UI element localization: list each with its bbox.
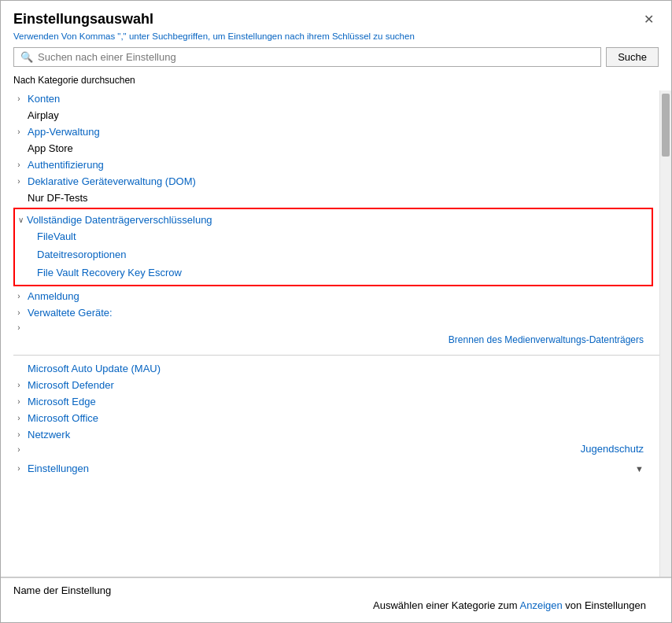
- sidebar-item-label: Einstellungen: [28, 463, 89, 474]
- chevron-right-icon: ›: [13, 127, 24, 136]
- vollstaendige-encryption-section: ∨ Vollständige Datenträgerverschlüsselun…: [13, 208, 653, 286]
- chevron-right-icon: ›: [13, 308, 24, 317]
- right-overflow-label: Brennen des Medienverwaltungs-Datenträge…: [449, 334, 644, 345]
- sidebar-item-jugendschutz-chevron[interactable]: ›: [13, 443, 24, 456]
- chevron-right-icon: ›: [13, 464, 24, 473]
- sidebar-item-label: Verwaltete Geräte:: [28, 307, 113, 319]
- sidebar-item-label: App Store: [28, 142, 73, 154]
- sidebar-item-verwaltete-geraete[interactable]: › Verwaltete Geräte:: [13, 304, 659, 321]
- sidebar-item-label: Microsoft Edge: [28, 396, 96, 407]
- close-button[interactable]: ✕: [639, 10, 659, 28]
- sidebar-item-label: Authentifizierung: [28, 159, 104, 171]
- sidebar-item-konten[interactable]: › Konten: [13, 90, 659, 107]
- scrollbar[interactable]: [660, 90, 671, 577]
- chevron-right-icon: ›: [13, 94, 24, 103]
- sidebar-item-label: Airplay: [28, 109, 59, 121]
- sidebar-item-vollstaendige[interactable]: ∨ Vollständige Datenträgerverschlüsselun…: [18, 212, 648, 227]
- dropdown-arrow-icon: ▼: [635, 464, 644, 474]
- sidebar-item-label: Netzwerk: [28, 429, 70, 441]
- name-der-einstellung-label: Name der Einstellung: [13, 584, 659, 596]
- sidebar-item-ms-office[interactable]: › Microsoft Office: [13, 410, 659, 426]
- search-box-container: 🔍: [13, 47, 601, 67]
- sidebar-item-label: Konten: [28, 93, 60, 105]
- sidebar-item-label: Microsoft Defender: [28, 379, 114, 391]
- search-input[interactable]: [38, 51, 594, 63]
- scrollbar-thumb[interactable]: [662, 94, 670, 157]
- hint-row: Auswählen einer Kategorie zum Anzeigen v…: [13, 599, 659, 616]
- chevron-right-icon: ›: [13, 445, 24, 454]
- overflow-row: Brennen des Medienverwaltungs-Datenträge…: [13, 334, 659, 350]
- section-divider: [13, 355, 659, 356]
- hint-part-1: Auswählen einer Kategorie zum: [373, 599, 519, 611]
- dialog-header: Einstellungsauswahl ✕: [1, 1, 671, 31]
- sidebar-item-label: Anmeldung: [28, 290, 79, 302]
- sidebar-item-empty-chevron[interactable]: ›: [13, 321, 659, 334]
- content-area: › Konten Airplay › App-Verwaltung App St…: [1, 90, 671, 577]
- sidebar-item-anmeldung[interactable]: › Anmeldung: [13, 288, 659, 304]
- chevron-right-icon: ›: [13, 397, 24, 406]
- search-icon: 🔍: [20, 51, 33, 63]
- sidebar-item-label: Nur DF-Tests: [28, 192, 88, 204]
- jugendschutz-label: Jugendschutz: [581, 443, 644, 455]
- chevron-right-icon: ›: [13, 160, 24, 169]
- hint-text: Auswählen einer Kategorie zum Anzeigen v…: [373, 599, 646, 611]
- search-row: 🔍 Suche: [1, 47, 671, 73]
- hint-part-3: von Einstellungen: [563, 599, 646, 611]
- sidebar-item-ms-edge[interactable]: › Microsoft Edge: [13, 393, 659, 410]
- left-panel: › Konten Airplay › App-Verwaltung App St…: [1, 90, 660, 577]
- chevron-right-icon: ›: [13, 381, 24, 389]
- browse-label: Nach Kategorie durchsuchen: [1, 73, 671, 90]
- sidebar-item-app-verwaltung[interactable]: › App-Verwaltung: [13, 123, 659, 140]
- sidebar-item-label: Microsoft Office: [28, 412, 98, 424]
- sidebar-item-filevault-recovery[interactable]: File Vault Recovery Key Escrow: [18, 264, 648, 282]
- dialog-subtitle: Verwenden Von Kommas "," unter Suchbegri…: [1, 31, 671, 47]
- chevron-right-icon: ›: [13, 292, 24, 300]
- sidebar-item-dateitresor[interactable]: Dateitresoroptionen: [18, 245, 648, 264]
- sidebar-item-einstellungen[interactable]: › Einstellungen ▼: [13, 460, 659, 477]
- sidebar-item-label: App-Verwaltung: [28, 126, 100, 138]
- sidebar-item-label: Deklarative Geräteverwaltung (DOM): [28, 175, 196, 187]
- chevron-right-icon: ›: [13, 430, 24, 439]
- chevron-right-icon: ›: [13, 323, 24, 332]
- sidebar-item-filevault[interactable]: FileVault: [18, 227, 648, 245]
- sidebar-item-nur-df[interactable]: Nur DF-Tests: [13, 190, 659, 206]
- sidebar-item-netzwerk[interactable]: › Netzwerk: [13, 426, 659, 443]
- bottom-area: Name der Einstellung Auswählen einer Kat…: [1, 577, 671, 622]
- hint-part-2: Anzeigen: [520, 599, 563, 611]
- search-button[interactable]: Suche: [606, 47, 659, 67]
- sidebar-item-ms-auto-update[interactable]: Microsoft Auto Update (MAU): [13, 360, 659, 377]
- sidebar-item-ms-defender[interactable]: › Microsoft Defender: [13, 377, 659, 393]
- sidebar-item-authentifizierung[interactable]: › Authentifizierung: [13, 157, 659, 173]
- jugendschutz-row: › Jugendschutz: [13, 443, 659, 460]
- chevron-down-icon: ∨: [18, 216, 24, 224]
- sidebar-item-app-store[interactable]: App Store: [13, 140, 659, 157]
- sidebar-item-deklarative[interactable]: › Deklarative Geräteverwaltung (DOM): [13, 173, 659, 190]
- sidebar-item-label: Microsoft Auto Update (MAU): [28, 363, 161, 374]
- sidebar-item-label: Vollständige Datenträgerverschlüsselung: [27, 214, 212, 226]
- chevron-right-icon: ›: [13, 177, 24, 186]
- sidebar-item-airplay[interactable]: Airplay: [13, 107, 659, 123]
- dialog-title: Einstellungsauswahl: [13, 11, 153, 28]
- chevron-right-icon: ›: [13, 414, 24, 422]
- einstellungsauswahl-dialog: Einstellungsauswahl ✕ Verwenden Von Komm…: [0, 0, 672, 623]
